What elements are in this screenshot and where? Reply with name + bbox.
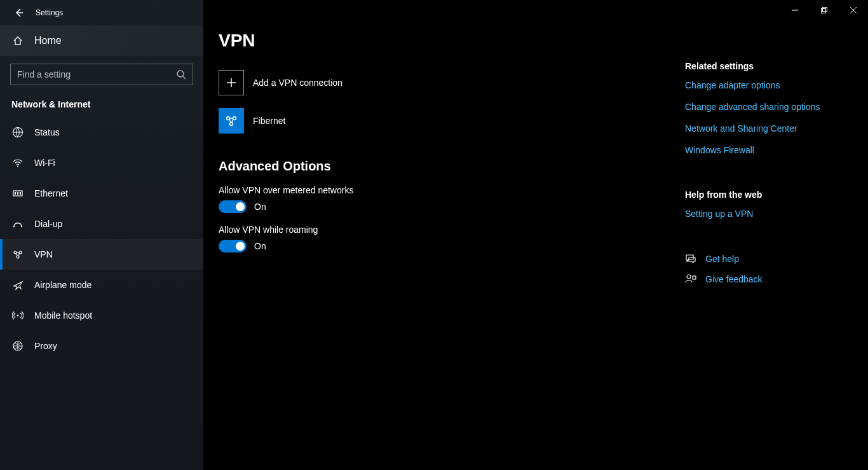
- svg-rect-11: [15, 192, 16, 195]
- sidebar: Settings Home Network & Internet Sta: [0, 0, 203, 470]
- sidebar-item-label: Airplane mode: [34, 280, 92, 290]
- sidebar-item-label: Status: [34, 127, 60, 137]
- toggle-roaming: Allow VPN while roaming On: [219, 225, 677, 252]
- search-icon: [176, 69, 186, 79]
- plus-icon: [226, 77, 237, 88]
- content: VPN Add a VPN connection Fibernet Advanc…: [203, 0, 677, 470]
- link-adapter-options[interactable]: Change adapter options: [685, 80, 853, 90]
- minimize-button[interactable]: [780, 0, 810, 20]
- svg-point-16: [14, 251, 17, 254]
- sidebar-item-proxy[interactable]: Proxy: [0, 331, 203, 361]
- vpn-connection-fibernet[interactable]: Fibernet: [219, 108, 677, 134]
- link-network-center[interactable]: Network and Sharing Center: [685, 123, 853, 134]
- svg-rect-12: [17, 192, 18, 195]
- sidebar-item-label: Mobile hotspot: [34, 310, 92, 321]
- sidebar-item-wifi[interactable]: Wi-Fi: [0, 148, 203, 178]
- plus-icon-box: [219, 70, 244, 95]
- ethernet-icon: [11, 188, 24, 199]
- svg-rect-13: [20, 192, 21, 195]
- svg-point-17: [19, 251, 22, 254]
- hotspot-icon: [11, 310, 24, 321]
- sidebar-item-label: Ethernet: [34, 188, 68, 198]
- sidebar-item-label: VPN: [34, 249, 53, 259]
- sidebar-item-label: Dial-up: [34, 219, 62, 229]
- toggle-metered-label: Allow VPN over metered networks: [219, 185, 677, 195]
- home-label: Home: [34, 35, 62, 46]
- toggle-metered-state: On: [254, 202, 266, 212]
- svg-point-15: [21, 226, 22, 227]
- link-firewall[interactable]: Windows Firewall: [685, 145, 853, 155]
- window-controls: [780, 0, 868, 20]
- toggle-metered: Allow VPN over metered networks On: [219, 185, 677, 213]
- give-feedback-link[interactable]: Give feedback: [685, 273, 853, 285]
- wifi-icon: [11, 157, 24, 169]
- svg-point-6: [177, 71, 184, 77]
- sidebar-item-ethernet[interactable]: Ethernet: [0, 178, 203, 209]
- back-arrow-icon: [14, 8, 24, 18]
- close-button[interactable]: [839, 0, 868, 20]
- airplane-icon: [11, 279, 24, 291]
- sidebar-item-label: Wi-Fi: [34, 158, 55, 168]
- search-input[interactable]: [17, 69, 176, 79]
- add-vpn-button[interactable]: Add a VPN connection: [219, 70, 677, 95]
- titlebar: Settings: [0, 0, 203, 25]
- svg-point-25: [230, 123, 233, 126]
- svg-point-19: [17, 315, 19, 317]
- home-icon: [11, 35, 24, 46]
- link-sharing-options[interactable]: Change advanced sharing options: [685, 102, 853, 112]
- vpn-network-icon: [224, 114, 238, 128]
- svg-point-26: [687, 275, 691, 279]
- proxy-icon: [11, 340, 24, 352]
- get-help-link[interactable]: Get help: [685, 253, 853, 265]
- svg-point-9: [17, 166, 18, 167]
- svg-rect-2: [823, 8, 827, 12]
- give-feedback-label: Give feedback: [705, 274, 763, 284]
- help-heading: Help from the web: [685, 190, 853, 200]
- close-icon: [850, 7, 857, 13]
- back-button[interactable]: [8, 0, 31, 25]
- chat-icon: [685, 253, 696, 265]
- home-nav[interactable]: Home: [0, 25, 203, 56]
- minimize-icon: [792, 7, 798, 13]
- sidebar-section-label: Network & Internet: [11, 99, 203, 109]
- svg-rect-1: [822, 9, 826, 13]
- toggle-roaming-label: Allow VPN while roaming: [219, 225, 677, 235]
- toggle-roaming-state: On: [254, 241, 266, 251]
- vpn-connection-icon: [219, 108, 244, 134]
- link-help-vpn[interactable]: Setting up a VPN: [685, 209, 853, 219]
- related-heading: Related settings: [685, 61, 853, 71]
- main: VPN Add a VPN connection Fibernet Advanc…: [203, 0, 868, 470]
- dialup-icon: [11, 218, 24, 230]
- toggle-metered-switch[interactable]: [219, 200, 247, 213]
- toggle-roaming-switch[interactable]: [219, 240, 247, 252]
- get-help-label: Get help: [705, 254, 739, 264]
- search-box[interactable]: [10, 64, 193, 85]
- svg-line-7: [183, 76, 186, 79]
- svg-point-18: [17, 256, 19, 258]
- sidebar-item-label: Proxy: [34, 341, 57, 351]
- feedback-icon: [685, 273, 696, 285]
- page-title: VPN: [219, 31, 677, 51]
- sidebar-item-vpn[interactable]: VPN: [0, 239, 203, 270]
- sidebar-item-hotspot[interactable]: Mobile hotspot: [0, 300, 203, 331]
- window-title: Settings: [36, 8, 63, 17]
- svg-point-14: [13, 226, 15, 227]
- vpn-icon: [11, 249, 24, 260]
- sidebar-item-dialup[interactable]: Dial-up: [0, 209, 203, 239]
- maximize-button[interactable]: [810, 0, 839, 20]
- maximize-icon: [821, 7, 827, 13]
- sidebar-item-status[interactable]: Status: [0, 117, 203, 148]
- status-icon: [11, 127, 24, 138]
- vpn-connection-label: Fibernet: [253, 116, 285, 126]
- svg-rect-27: [693, 276, 696, 279]
- add-vpn-label: Add a VPN connection: [253, 78, 342, 88]
- right-column: Related settings Change adapter options …: [677, 0, 868, 470]
- advanced-heading: Advanced Options: [219, 159, 677, 174]
- sidebar-item-airplane[interactable]: Airplane mode: [0, 270, 203, 300]
